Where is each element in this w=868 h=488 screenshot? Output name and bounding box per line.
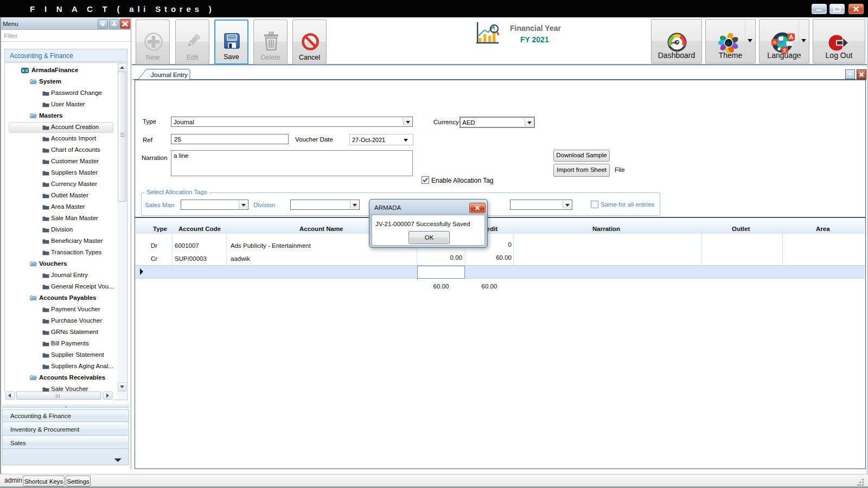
svg-text:A: A <box>789 34 793 40</box>
svg-text:A: A <box>773 40 777 45</box>
